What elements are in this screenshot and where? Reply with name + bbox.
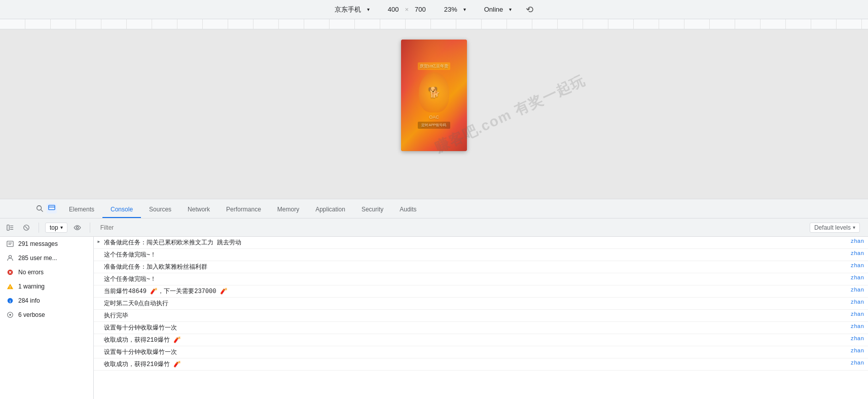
live-expressions-button[interactable] xyxy=(71,222,84,234)
sidebar-item-warnings[interactable]: ! 1 warning xyxy=(0,279,93,294)
device-name[interactable]: 京东手机 xyxy=(335,5,361,14)
console-message-5[interactable]: 当前爆竹48649 🧨，下一关需要237000 🧨 zhan xyxy=(94,285,868,298)
msg-text-6: 定时第二天0点自动执行 xyxy=(104,299,847,308)
errors-label: No errors xyxy=(18,269,44,276)
filter-input[interactable] xyxy=(96,224,806,231)
msg-text-11: 收取成功，获得210爆竹 🧨 xyxy=(104,360,847,369)
page-preview: 庆贺10亿豆年货 🐕 OAC 定时APP领号码 xyxy=(401,40,467,151)
msg-text-4: 这个任务做完啦~！ xyxy=(104,275,847,283)
user-icon xyxy=(6,254,14,262)
dropdown-arrow-zoom[interactable]: ▾ xyxy=(463,7,466,12)
msg-source-8[interactable]: zhan xyxy=(851,323,864,330)
messages-label: 291 messages xyxy=(18,240,58,247)
svg-point-10 xyxy=(77,226,79,228)
dropdown-arrow-device[interactable]: ▾ xyxy=(367,7,370,12)
sidebar-item-info[interactable]: i 284 info xyxy=(0,294,93,308)
console-area: 291 messages 285 user me... No errors ! … xyxy=(0,237,868,399)
msg-text-7: 执行完毕 xyxy=(104,311,847,320)
svg-point-14 xyxy=(9,256,11,258)
svg-line-1 xyxy=(41,210,43,212)
preview-decoration xyxy=(401,40,467,151)
msg-text-3: 准备做此任务：加入欧莱雅粉丝福利群 xyxy=(104,263,847,271)
msg-text-1: 准备做此任务：闯关已累积欧米推文工力 跳去劳动 xyxy=(104,238,847,247)
devtools-toggle-icon[interactable] xyxy=(47,203,57,213)
console-message-3[interactable]: 准备做此任务：加入欧莱雅粉丝福利群 zhan xyxy=(94,261,868,273)
ruler xyxy=(0,19,868,29)
viewport-height[interactable]: 700 xyxy=(415,6,426,13)
tab-network[interactable]: Network xyxy=(179,202,218,218)
user-messages-label: 285 user me... xyxy=(18,255,57,262)
console-message-10[interactable]: 设置每十分钟收取爆竹一次 zhan xyxy=(94,346,868,358)
default-levels-label: Default levels xyxy=(814,224,851,231)
console-message-11[interactable]: 收取成功，获得210爆竹 🧨 zhan xyxy=(94,358,868,371)
console-message-7[interactable]: 执行完毕 zhan xyxy=(94,310,868,322)
tab-security[interactable]: Security xyxy=(353,202,391,218)
default-levels-dropdown[interactable]: Default levels ▾ xyxy=(810,223,860,233)
rotate-icon[interactable]: ⟲ xyxy=(526,4,533,15)
tab-sources[interactable]: Sources xyxy=(141,202,179,218)
tab-audits[interactable]: Audits xyxy=(391,202,424,218)
sidebar-item-verbose[interactable]: 6 verbose xyxy=(0,308,93,322)
tab-performance[interactable]: Performance xyxy=(218,202,269,218)
tab-application[interactable]: Application xyxy=(307,202,353,218)
msg-source-5[interactable]: zhan xyxy=(851,287,864,293)
tab-elements[interactable]: Elements xyxy=(61,202,102,218)
inspect-icon[interactable] xyxy=(34,203,45,213)
tab-memory[interactable]: Memory xyxy=(269,202,307,218)
sidebar-toggle-icon[interactable] xyxy=(4,222,16,234)
ruler-marks xyxy=(0,19,868,29)
sidebar-item-messages[interactable]: 291 messages xyxy=(0,237,93,251)
devtools-panel: Elements Console Sources Network Perform… xyxy=(0,199,868,399)
warning-icon: ! xyxy=(6,282,14,291)
info-icon: i xyxy=(6,297,14,305)
console-message-4[interactable]: 这个任务做完啦~！ zhan xyxy=(94,273,868,285)
msg-text-2: 这个任务做完啦~！ xyxy=(104,250,847,259)
console-messages-list: 准备做此任务：闯关已累积欧米推文工力 跳去劳动 zhan 这个任务做完啦~！ z… xyxy=(94,237,868,399)
clear-console-icon[interactable] xyxy=(20,222,32,234)
warnings-label: 1 warning xyxy=(18,283,45,290)
context-label: top xyxy=(50,224,58,231)
console-message-2[interactable]: 这个任务做完啦~！ zhan xyxy=(94,249,868,261)
msg-source-1[interactable]: zhan xyxy=(851,238,864,244)
msg-source-9[interactable]: zhan xyxy=(851,336,864,342)
svg-line-9 xyxy=(25,226,27,229)
context-dropdown-icon: ▾ xyxy=(60,225,63,230)
msg-source-3[interactable]: zhan xyxy=(851,263,864,269)
svg-rect-4 xyxy=(7,225,9,230)
tab-console[interactable]: Console xyxy=(102,202,141,218)
svg-text:!: ! xyxy=(10,285,11,289)
sidebar-item-errors[interactable]: No errors xyxy=(0,265,93,279)
context-selector[interactable]: top ▾ xyxy=(45,223,67,233)
devtools-tabs-bar: Elements Console Sources Network Perform… xyxy=(0,199,868,219)
msg-text-5: 当前爆竹48649 🧨，下一关需要237000 🧨 xyxy=(104,287,847,296)
msg-source-4[interactable]: zhan xyxy=(851,275,864,281)
verbose-icon xyxy=(6,311,14,319)
sidebar-item-user-messages[interactable]: 285 user me... xyxy=(0,251,93,265)
network-status[interactable]: Online xyxy=(484,6,503,13)
svg-rect-2 xyxy=(49,205,55,210)
console-message-6[interactable]: 定时第二天0点自动执行 zhan xyxy=(94,298,868,310)
dropdown-arrow-network[interactable]: ▾ xyxy=(509,7,512,12)
toolbar-divider-2 xyxy=(90,223,90,233)
verbose-label: 6 verbose xyxy=(18,311,45,318)
zoom-level[interactable]: 23% xyxy=(444,6,457,13)
console-message-1[interactable]: 准备做此任务：闯关已累积欧米推文工力 跳去劳动 zhan xyxy=(94,237,868,249)
preview-area: 庆贺10亿豆年货 🐕 OAC 定时APP领号码 赚客吧.com 有奖一起玩 xyxy=(0,29,868,199)
msg-source-7[interactable]: zhan xyxy=(851,311,864,317)
separator-x: × xyxy=(405,6,409,13)
msg-source-10[interactable]: zhan xyxy=(851,348,864,354)
toolbar-divider-1 xyxy=(39,223,39,233)
info-label: 284 info xyxy=(18,297,40,304)
msg-text-9: 收取成功，获得210爆竹 🧨 xyxy=(104,336,847,344)
svg-point-23 xyxy=(9,314,11,316)
expand-arrow-1[interactable] xyxy=(97,239,101,243)
msg-source-11[interactable]: zhan xyxy=(851,360,864,366)
msg-text-10: 设置每十分钟收取爆竹一次 xyxy=(104,348,847,356)
console-message-8[interactable]: 设置每十分钟收取爆竹一次 zhan xyxy=(94,322,868,334)
msg-source-6[interactable]: zhan xyxy=(851,299,864,305)
console-toolbar: top ▾ Default levels ▾ xyxy=(0,219,868,237)
console-message-9[interactable]: 收取成功，获得210爆竹 🧨 zhan xyxy=(94,334,868,346)
default-levels-arrow: ▾ xyxy=(853,225,855,230)
msg-source-2[interactable]: zhan xyxy=(851,250,864,257)
viewport-width[interactable]: 400 xyxy=(388,6,399,13)
